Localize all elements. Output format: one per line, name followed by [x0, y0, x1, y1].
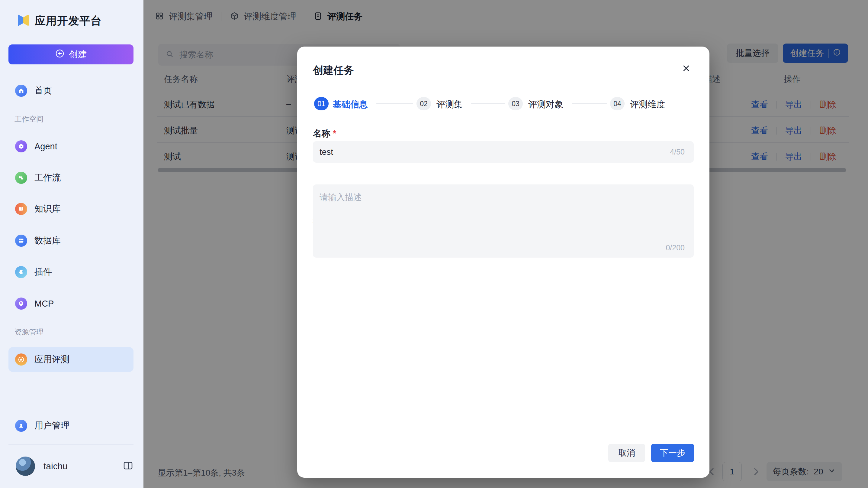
- step-4-number: 04: [610, 97, 625, 110]
- sidebar-item-label: 数据库: [34, 235, 61, 247]
- app-window: 应用开发平台 创建 首页 工作空间 Agent 工作流: [0, 0, 868, 488]
- database-icon: [15, 235, 27, 247]
- step-4-label: 评测维度: [630, 98, 665, 111]
- app-title: 应用开发平台: [35, 13, 102, 28]
- user-avatar[interactable]: [16, 457, 35, 476]
- sidebar-item-label: 插件: [34, 266, 52, 278]
- sidebar-item-label: 工作流: [34, 172, 61, 184]
- step-2-number: 02: [416, 97, 431, 110]
- agent-icon: [15, 140, 27, 152]
- sidebar-item-app-eval[interactable]: 应用评测: [8, 347, 133, 372]
- collapse-sidebar-icon[interactable]: [123, 460, 133, 472]
- sidebar-item-label: 首页: [34, 85, 52, 97]
- sidebar: 应用开发平台 创建 首页 工作空间 Agent 工作流: [0, 0, 144, 488]
- name-input-wrap: 4/50: [313, 141, 694, 163]
- section-resources: 资源管理: [14, 327, 105, 337]
- book-icon: [15, 203, 27, 215]
- user-icon: [15, 420, 27, 432]
- home-icon: [15, 85, 27, 97]
- create-button[interactable]: 创建: [8, 45, 133, 64]
- shield-m-icon: M: [15, 297, 27, 310]
- sidebar-item-label: 应用评测: [34, 353, 69, 366]
- plus-icon: [55, 49, 65, 60]
- star-badge-icon: [15, 353, 27, 366]
- sidebar-item-agent[interactable]: Agent: [8, 134, 133, 159]
- step-3-number: 03: [508, 97, 523, 110]
- sidebar-item-home[interactable]: 首页: [8, 78, 133, 103]
- sidebar-item-database[interactable]: 数据库: [8, 228, 133, 253]
- puzzle-icon: [15, 266, 27, 278]
- step-1-number: 01: [314, 97, 329, 110]
- svg-text:M: M: [20, 302, 22, 305]
- sidebar-item-knowledge[interactable]: 知识库: [8, 197, 133, 221]
- desc-textarea-wrap: 0/200: [313, 184, 694, 258]
- step-connector: [572, 103, 607, 104]
- close-icon[interactable]: [680, 62, 692, 75]
- app-logo: 应用开发平台: [17, 13, 131, 28]
- sidebar-item-plugin[interactable]: 插件: [8, 260, 133, 285]
- sidebar-item-workflow[interactable]: 工作流: [8, 165, 133, 190]
- sidebar-item-mcp[interactable]: M MCP: [8, 291, 133, 316]
- sidebar-divider: [8, 444, 133, 445]
- profile-name: taichu: [43, 461, 123, 471]
- desc-textarea[interactable]: [313, 184, 694, 242]
- profile-row[interactable]: taichu: [16, 455, 133, 477]
- logo-icon: [17, 13, 30, 29]
- next-step-button[interactable]: 下一步: [651, 444, 694, 462]
- name-field-label: 名称*: [313, 127, 336, 140]
- modal-title: 创建任务: [313, 63, 354, 78]
- sidebar-item-label: 知识库: [34, 203, 61, 215]
- name-char-counter: 4/50: [670, 148, 685, 156]
- sidebar-item-label: Agent: [34, 142, 57, 151]
- desc-char-counter: 0/200: [665, 243, 685, 252]
- section-workspace: 工作空间: [14, 114, 105, 124]
- step-3-label: 评测对象: [528, 98, 563, 111]
- step-1-label: 基础信息: [333, 98, 368, 111]
- step-2-label: 评测集: [436, 98, 463, 111]
- sidebar-item-label: MCP: [34, 299, 54, 309]
- cancel-button[interactable]: 取消: [608, 444, 645, 462]
- create-task-modal: 创建任务 01 基础信息 02 评测集 03 评测对象 04 评测维度 名称* …: [297, 47, 709, 478]
- sidebar-item-label: 用户管理: [34, 420, 69, 432]
- required-asterisk: *: [333, 128, 336, 138]
- step-connector: [376, 103, 413, 104]
- workflow-icon: [15, 172, 27, 184]
- name-input[interactable]: [319, 147, 670, 157]
- sidebar-item-user-management[interactable]: 用户管理: [8, 413, 133, 438]
- step-connector: [471, 103, 505, 104]
- create-button-label: 创建: [69, 48, 87, 61]
